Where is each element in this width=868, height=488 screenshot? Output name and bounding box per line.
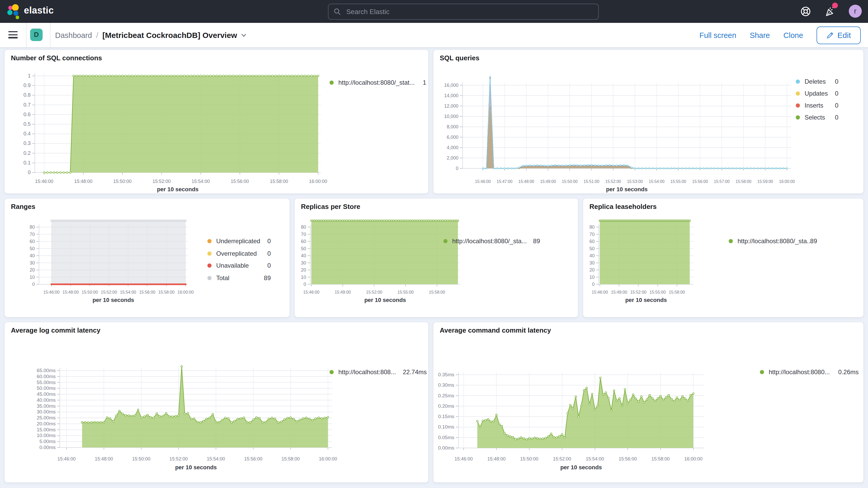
avg-command-commit-latency-chart[interactable]: 15:46:0015:48:0015:50:0015:52:0015:54:00…	[433, 322, 864, 483]
svg-text:15:58:00: 15:58:00	[270, 179, 288, 184]
svg-text:50: 50	[301, 246, 306, 251]
svg-text:15:46:00: 15:46:00	[303, 290, 319, 295]
legend-label: Inserts	[805, 102, 823, 109]
svg-text:15:56:00: 15:56:00	[692, 179, 708, 184]
svg-text:15:46:00: 15:46:00	[35, 179, 53, 184]
svg-text:15:52:00: 15:52:00	[366, 290, 382, 295]
user-avatar[interactable]: r	[849, 5, 862, 18]
legend-label: Underreplicated	[216, 238, 260, 245]
svg-text:0.25ms: 0.25ms	[438, 393, 454, 398]
search-input[interactable]	[345, 7, 593, 16]
svg-text:40.00ms: 40.00ms	[37, 397, 56, 403]
sql-connections-chart[interactable]: 15:46:0015:48:0015:50:0015:52:0015:54:00…	[5, 50, 429, 194]
svg-text:15:48:00: 15:48:00	[63, 290, 79, 295]
svg-text:20: 20	[301, 267, 306, 273]
legend-item[interactable]: Overreplicated0	[207, 249, 271, 257]
panel-replicas-per-store: 15:46:0015:49:0015:52:0015:55:0015:58:00…	[294, 198, 579, 317]
legend-item[interactable]: http://localhost:8080/_sta...89	[443, 237, 540, 245]
svg-text:15:55:00: 15:55:00	[671, 179, 686, 184]
chevron-down-icon[interactable]	[241, 32, 247, 38]
legend-item[interactable]: Updates0	[796, 89, 838, 98]
panel-title: Ranges	[11, 203, 35, 211]
breadcrumb-dashboard-link[interactable]: Dashboard	[55, 31, 92, 39]
search-icon	[334, 8, 341, 16]
svg-text:15:59:00: 15:59:00	[757, 179, 773, 184]
svg-text:15:52:00: 15:52:00	[101, 290, 117, 295]
legend-item[interactable]: Underreplicated0	[207, 237, 271, 245]
menu-hamburger-icon[interactable]	[8, 31, 18, 38]
svg-text:15:52:00: 15:52:00	[153, 179, 171, 184]
help-icon[interactable]	[799, 5, 812, 18]
svg-text:0.05ms: 0.05ms	[438, 435, 454, 440]
legend-item[interactable]: Selects0	[796, 113, 838, 122]
legend-value: 0	[268, 250, 271, 257]
svg-text:15:52:00: 15:52:00	[605, 179, 621, 184]
legend-value: 89	[810, 238, 817, 245]
x-axis-label: per 10 seconds	[463, 186, 791, 192]
svg-text:15:56:00: 15:56:00	[139, 290, 155, 295]
breadcrumb: Dashboard / [Metricbeat CockroachDB] Ove…	[55, 23, 247, 47]
legend-item[interactable]: http://localhost:8080/_stat...1	[330, 79, 426, 87]
svg-text:15:55:00: 15:55:00	[649, 290, 665, 295]
clone-button[interactable]: Clone	[783, 31, 803, 39]
svg-text:15:50:00: 15:50:00	[132, 456, 150, 461]
svg-text:15:48:00: 15:48:00	[95, 456, 113, 461]
edit-button[interactable]: Edit	[816, 26, 861, 44]
svg-text:15:58:00: 15:58:00	[281, 456, 300, 461]
svg-text:70: 70	[30, 232, 35, 237]
panel-title: Replica leaseholders	[589, 203, 657, 211]
svg-text:30.00ms: 30.00ms	[37, 409, 56, 415]
legend-item[interactable]: Deletes0	[796, 78, 838, 86]
legend-item[interactable]: http://localhost:8080/_sta...89	[729, 237, 817, 245]
legend-item[interactable]: Total89	[207, 274, 271, 282]
legend-item[interactable]: http://localhost:8080...0.26ms	[760, 368, 859, 376]
panel-number-of-sql-connections: 15:46:0015:48:0015:50:0015:52:0015:54:00…	[4, 49, 429, 194]
svg-text:12,000: 12,000	[444, 103, 458, 109]
sql-queries-chart[interactable]: 15:46:0015:47:0015:48:0015:49:0015:50:00…	[433, 50, 864, 194]
panel-average-log-commit-latency: 15:46:0015:48:0015:50:0015:52:0015:54:00…	[4, 322, 429, 483]
legend-label: http://localhost:808...	[338, 368, 396, 376]
svg-text:40: 40	[589, 253, 595, 258]
legend-label: http://localhost:8080/_sta...	[738, 238, 812, 245]
svg-text:1: 1	[28, 73, 31, 79]
svg-text:80: 80	[301, 224, 306, 230]
svg-text:0.1: 0.1	[23, 160, 31, 165]
svg-text:15:51:00: 15:51:00	[584, 179, 599, 184]
svg-text:15:46:00: 15:46:00	[43, 290, 60, 295]
svg-text:16:00:00: 16:00:00	[779, 179, 795, 184]
svg-text:15:49:00: 15:49:00	[611, 290, 627, 295]
svg-text:15:56:00: 15:56:00	[231, 179, 249, 184]
app-header: elastic r	[0, 0, 868, 23]
share-button[interactable]: Share	[750, 31, 770, 39]
svg-text:15:48:00: 15:48:00	[74, 179, 93, 184]
svg-text:0: 0	[32, 282, 35, 287]
divider	[26, 23, 27, 47]
space-badge[interactable]: D	[30, 29, 42, 41]
svg-text:16:00:00: 16:00:00	[178, 290, 194, 295]
panel-title: Replicas per Store	[301, 203, 360, 211]
svg-text:15:58:00: 15:58:00	[652, 456, 670, 461]
svg-text:15:53:00: 15:53:00	[627, 179, 643, 184]
full-screen-button[interactable]: Full screen	[699, 31, 736, 39]
kibana-dashboard-page: elastic r D	[0, 0, 868, 488]
legend-item[interactable]: Unavailable0	[207, 262, 271, 270]
svg-text:50: 50	[589, 246, 595, 251]
svg-text:20: 20	[30, 267, 35, 273]
global-search[interactable]	[328, 4, 599, 20]
legend-color-dot	[207, 264, 212, 268]
elastic-logo-icon[interactable]	[7, 4, 22, 19]
page-title[interactable]: [Metricbeat CockroachDB] Overview	[102, 31, 237, 39]
legend-item[interactable]: http://localhost:808...22.74ms	[330, 368, 427, 376]
legend-color-dot	[207, 251, 212, 255]
svg-text:15:46:00: 15:46:00	[455, 456, 473, 461]
legend-item[interactable]: Inserts0	[796, 101, 838, 110]
svg-text:15:58:00: 15:58:00	[158, 290, 175, 295]
svg-text:15:46:00: 15:46:00	[57, 456, 75, 461]
avg-log-commit-latency-chart[interactable]: 15:46:0015:48:0015:50:0015:52:0015:54:00…	[5, 322, 429, 483]
svg-text:50.00ms: 50.00ms	[37, 385, 56, 391]
legend-label: Updates	[805, 90, 828, 97]
svg-text:0: 0	[304, 282, 306, 287]
svg-text:20.00ms: 20.00ms	[37, 421, 56, 426]
toolbar-actions: Full screen Share Clone Edit	[699, 23, 861, 47]
svg-text:60.00ms: 60.00ms	[37, 374, 56, 379]
